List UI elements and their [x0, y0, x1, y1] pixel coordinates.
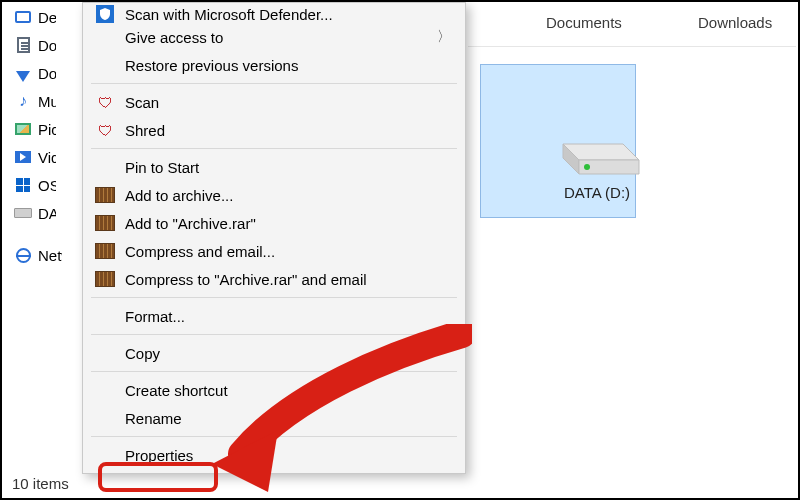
chevron-right-icon: 〉 — [437, 28, 451, 46]
menu-item-compress-email[interactable]: Compress and email... — [83, 237, 465, 265]
header-tab-downloads[interactable]: Downloads — [698, 14, 772, 31]
network-icon — [14, 246, 32, 264]
menu-item-format[interactable]: Format... — [83, 302, 465, 330]
drive-label: DATA (D:) — [542, 184, 652, 201]
os-drive-icon — [14, 176, 32, 194]
sidebar-item-downloads[interactable]: Downloads — [14, 64, 62, 82]
sidebar-item-desktop[interactable]: Desktop — [14, 8, 62, 26]
winrar-icon — [95, 185, 115, 205]
menu-separator — [91, 371, 457, 372]
navigation-sidebar: Desktop Documents Downloads ♪Music Pictu… — [14, 8, 62, 264]
defender-icon — [95, 5, 115, 23]
menu-separator — [91, 83, 457, 84]
menu-item-rename[interactable]: Rename — [83, 404, 465, 432]
menu-item-add-archive-rar[interactable]: Add to "Archive.rar" — [83, 209, 465, 237]
drive-item-data[interactable]: DATA (D:) — [542, 120, 652, 201]
monitor-icon — [14, 8, 32, 26]
sidebar-item-pictures[interactable]: Pictures — [14, 120, 62, 138]
menu-separator — [91, 436, 457, 437]
video-icon — [14, 148, 32, 166]
winrar-icon — [95, 241, 115, 261]
menu-item-properties[interactable]: Properties — [83, 441, 465, 469]
menu-item-defender-scan[interactable]: Scan with Microsoft Defender... — [83, 5, 465, 23]
menu-separator — [91, 148, 457, 149]
menu-item-give-access[interactable]: Give access to 〉 — [83, 23, 465, 51]
hard-drive-icon — [551, 120, 643, 176]
menu-item-pin-start[interactable]: Pin to Start — [83, 153, 465, 181]
menu-item-create-shortcut[interactable]: Create shortcut — [83, 376, 465, 404]
winrar-icon — [95, 213, 115, 233]
winrar-icon — [95, 269, 115, 289]
sidebar-item-videos[interactable]: Videos — [14, 148, 62, 166]
document-icon — [14, 36, 32, 54]
svg-point-4 — [584, 164, 590, 170]
menu-item-add-archive[interactable]: Add to archive... — [83, 181, 465, 209]
header-separator — [468, 46, 796, 47]
menu-item-copy[interactable]: Copy — [83, 339, 465, 367]
picture-icon — [14, 120, 32, 138]
context-menu: Scan with Microsoft Defender... Give acc… — [82, 2, 466, 474]
menu-item-restore-previous[interactable]: Restore previous versions — [83, 51, 465, 79]
sidebar-item-music[interactable]: ♪Music — [14, 92, 62, 110]
drive-icon — [14, 204, 32, 222]
menu-item-mcafee-scan[interactable]: 🛡Scan — [83, 88, 465, 116]
music-icon: ♪ — [14, 92, 32, 110]
mcafee-icon: 🛡 — [95, 92, 115, 112]
sidebar-item-data-drive[interactable]: DATA (D:) — [14, 204, 62, 222]
sidebar-item-os-drive[interactable]: OS (C:) — [14, 176, 62, 194]
mcafee-icon: 🛡 — [95, 120, 115, 140]
menu-separator — [91, 297, 457, 298]
menu-item-mcafee-shred[interactable]: 🛡Shred — [83, 116, 465, 144]
sidebar-item-documents[interactable]: Documents — [14, 36, 62, 54]
menu-item-compress-rar-email[interactable]: Compress to "Archive.rar" and email — [83, 265, 465, 293]
status-bar-count: 10 items — [12, 475, 69, 492]
sidebar-item-network[interactable]: Network — [14, 246, 62, 264]
header-tab-documents[interactable]: Documents — [546, 14, 622, 31]
download-icon — [14, 64, 32, 82]
menu-separator — [91, 334, 457, 335]
